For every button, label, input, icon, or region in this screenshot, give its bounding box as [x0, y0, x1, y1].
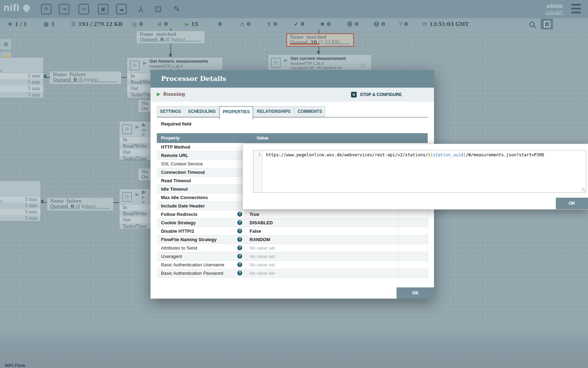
stat-row: 5 min: [0, 92, 43, 98]
property-row[interactable]: Basic Authentication Password?No value s…: [157, 269, 428, 278]
stat-value: 5 min: [25, 215, 37, 222]
property-row[interactable]: Useragent?No value set: [157, 252, 428, 261]
status-value: 0: [247, 21, 250, 27]
required-field-note: Required field: [161, 121, 191, 127]
connection-label-q-top-left[interactable]: NamematchedQueued0(0 bytes): [136, 31, 205, 43]
status-value: 0: [382, 21, 385, 27]
processor-name: P: [142, 190, 145, 195]
name-value: matched: [306, 34, 326, 40]
stat-row: 5 min: [0, 209, 41, 215]
property-name: SSL Context Service: [157, 160, 246, 168]
connection-label-q-top-right[interactable]: NamematchedQueued10(2.53 KB): [286, 33, 354, 47]
bulletin-board-button[interactable]: [541, 19, 553, 29]
status-item-cluster: ❖1 / 1: [8, 18, 27, 29]
tab-settings[interactable]: SETTINGS: [157, 106, 184, 117]
property-name: ?: [157, 278, 246, 279]
stat-value: 5 min: [25, 203, 37, 209]
tab-properties[interactable]: PROPERTIES: [219, 106, 253, 120]
note-icon: [544, 21, 550, 27]
global-menu-icon[interactable]: [571, 4, 581, 15]
template-icon[interactable]: ⊡: [153, 4, 163, 14]
help-icon[interactable]: ?: [237, 271, 242, 275]
status-item-transmitting: ◎0: [132, 18, 143, 29]
property-row[interactable]: Attributes to Send?No value set: [157, 244, 428, 252]
search-icon[interactable]: [529, 22, 534, 27]
help-icon[interactable]: ?: [237, 237, 242, 242]
property-row[interactable]: Cookie Strategy?DISABLED: [157, 219, 428, 227]
connection-label-q-bottom-left[interactable]: NamefailureQueued0(0 bytes): [47, 198, 113, 211]
value-editor-textarea[interactable]: 1 https://www.pegelonline.wsv.de/webserv…: [253, 150, 586, 193]
tab-comments[interactable]: COMMENTS: [294, 106, 325, 117]
property-value[interactable]: No value set: [246, 261, 398, 269]
property-name: Max Idle Connections: [157, 193, 246, 202]
property-row[interactable]: Follow Redirects?True: [157, 210, 428, 219]
status-item-refresh[interactable]: ⟳13:51:03 GMT: [423, 18, 469, 29]
property-value[interactable]: True: [246, 210, 398, 218]
remote-process-group-icon[interactable]: ☁: [116, 4, 127, 14]
property-value[interactable]: No value set: [246, 252, 398, 260]
property-row[interactable]: FlowFile Naming Strategy?RANDOM: [157, 236, 428, 244]
tab-scheduling[interactable]: SCHEDULING: [185, 106, 219, 117]
navigate-palette-button[interactable]: ⊘: [0, 39, 12, 50]
process-group-icon[interactable]: ▣: [98, 4, 108, 14]
help-icon[interactable]: ?: [237, 262, 242, 267]
property-value[interactable]: DISABLED: [246, 219, 398, 227]
help-icon[interactable]: ?: [237, 254, 242, 259]
processor-bundle: or: [142, 132, 145, 136]
input-port-icon[interactable]: ⇥: [59, 4, 69, 14]
nifi-application: nifi ⟳⇥↦▣☁Y⊡✎ admin LOG OUT ❖1 / 1▦1☰193…: [0, 0, 588, 368]
help-icon[interactable]: ?: [237, 212, 242, 217]
property-value[interactable]: False: [246, 227, 398, 235]
resize-handle-icon[interactable]: [582, 188, 585, 192]
queue-text-fragment: Na: [141, 169, 148, 174]
name-label: Name: [50, 198, 64, 204]
property-value[interactable]: No value set: [246, 269, 398, 277]
processor-icon[interactable]: ⟳: [41, 4, 51, 14]
stat-label: Out: [123, 150, 131, 155]
stat-row: 5 min: [0, 196, 41, 203]
breadcrumb-nifi-flow[interactable]: NiFi Flow: [5, 363, 25, 368]
url-segment-plain: /W/measurements.json?start=P30D: [466, 152, 544, 157]
dialog-ok-button[interactable]: OK: [397, 287, 434, 299]
property-row[interactable]: Disable HTTP/2?False: [157, 227, 428, 236]
stale-icon: ↑: [347, 21, 352, 27]
status-item-disabled: ↯0: [267, 18, 277, 29]
property-value[interactable]: RANDOM: [246, 236, 398, 244]
processor-p-left-bottom[interactable]: 5 min5 min5 min5 min: [0, 180, 41, 222]
property-row[interactable]: Basic Authentication Username?No value s…: [157, 261, 428, 269]
row-extra-cell: [398, 219, 428, 227]
percent-bar: [91, 81, 118, 82]
stop-and-configure-button[interactable]: ⚙ STOP & CONFIGURE: [351, 91, 402, 97]
transmitting-icon: ◎: [132, 21, 137, 27]
run-status-icon: ▶: [143, 60, 147, 66]
row-extra-cell: [398, 244, 428, 252]
processor-type-icon: ⟳: [122, 124, 132, 134]
help-icon[interactable]: ?: [237, 229, 242, 233]
stat-label: Out: [123, 218, 131, 223]
connection-label-q-mid-left[interactable]: NameFailureQueued0(0 bytes): [50, 71, 121, 84]
percent-bar: [85, 208, 110, 209]
editor-ok-button[interactable]: OK: [556, 198, 588, 209]
processor-type: InvokeHTTP 1.16.3: [149, 64, 183, 68]
output-port-icon[interactable]: ↦: [78, 4, 89, 14]
stat-value: 5 min: [25, 196, 37, 203]
property-value[interactable]: No value set: [246, 244, 398, 252]
logout-link[interactable]: LOG OUT: [545, 11, 563, 15]
label-icon[interactable]: ✎: [172, 4, 182, 14]
processor-p-left-top[interactable]: 5 min5 min5 min5 min: [0, 57, 44, 98]
property-row-partial[interactable]: ?: [157, 278, 428, 279]
status-item-process-groups: ▦1: [44, 18, 55, 29]
remote-url-value[interactable]: https://www.pegelonline.wsv.de/webservic…: [263, 150, 586, 192]
running-play-icon: ▶: [157, 91, 161, 97]
help-icon[interactable]: ?: [237, 245, 242, 250]
row-extra-cell: [398, 236, 428, 244]
property-value-editor: 1 https://www.pegelonline.wsv.de/webserv…: [243, 144, 588, 210]
help-icon[interactable]: ?: [237, 220, 242, 225]
nifi-drop-icon: [22, 3, 31, 13]
breadcrumb-bar: NiFi Flow: [0, 329, 588, 368]
tab-relationships[interactable]: RELATIONSHIPS: [254, 106, 294, 117]
current-user: admin: [546, 3, 563, 9]
funnel-icon[interactable]: Y: [135, 4, 146, 14]
queue-name-row: NameFailure: [53, 72, 86, 77]
clipped-text-fragment: r: [0, 199, 2, 204]
